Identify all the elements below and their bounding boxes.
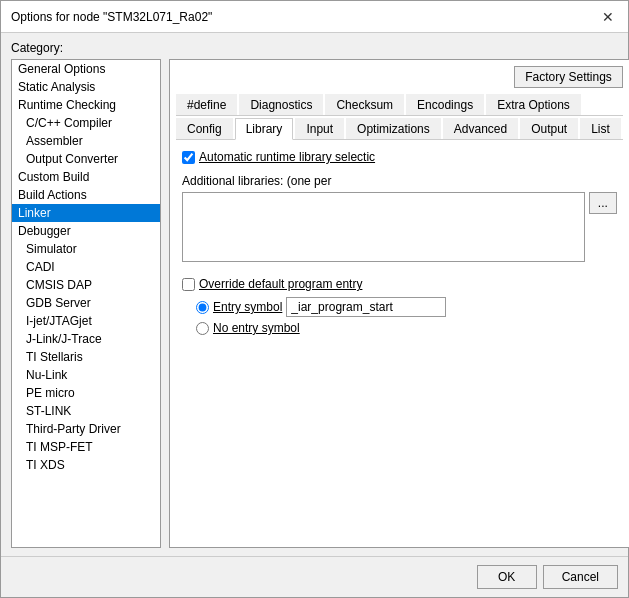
cancel-button[interactable]: Cancel [543, 565, 618, 589]
automatic-runtime-row: Automatic runtime library selectic [182, 150, 617, 164]
entry-symbol-label: Entry symbol [213, 300, 282, 314]
tab-checksum[interactable]: Checksum [325, 94, 404, 115]
tab-list[interactable]: List [580, 118, 621, 139]
radio-group: Entry symbol No entry symbol [182, 297, 617, 335]
sidebar-item-nu-link[interactable]: Nu-Link [12, 366, 160, 384]
no-entry-symbol-label: No entry symbol [213, 321, 300, 335]
no-entry-symbol-radio[interactable] [196, 322, 209, 335]
sidebar-item-ti-xds[interactable]: TI XDS [12, 456, 160, 474]
sidebar-item-output-converter[interactable]: Output Converter [12, 150, 160, 168]
sidebar-item-simulator[interactable]: Simulator [12, 240, 160, 258]
sidebar-item-custom-build[interactable]: Custom Build [12, 168, 160, 186]
ok-button[interactable]: OK [477, 565, 537, 589]
sidebar-item-runtime-checking[interactable]: Runtime Checking [12, 96, 160, 114]
lib-input-area: ... [182, 192, 617, 265]
entry-symbol-radio[interactable] [196, 301, 209, 314]
sidebar-item-build-actions[interactable]: Build Actions [12, 186, 160, 204]
tab-output[interactable]: Output [520, 118, 578, 139]
tab-optimizations[interactable]: Optimizations [346, 118, 441, 139]
override-row: Override default program entry [182, 277, 617, 291]
tab-config[interactable]: Config [176, 118, 233, 139]
sidebar-item-st-link[interactable]: ST-LINK [12, 402, 160, 420]
factory-settings-button[interactable]: Factory Settings [514, 66, 623, 88]
title-bar: Options for node "STM32L071_Ra02" ✕ [1, 1, 628, 33]
main-area: General OptionsStatic AnalysisRuntime Ch… [11, 59, 618, 548]
sidebar-item-general-options[interactable]: General Options [12, 60, 160, 78]
sidebar-item-ti-msp-fet[interactable]: TI MSP-FET [12, 438, 160, 456]
dialog: Options for node "STM32L071_Ra02" ✕ Cate… [0, 0, 629, 598]
sidebar-item-assembler[interactable]: Assembler [12, 132, 160, 150]
override-section: Override default program entry Entry sym… [182, 277, 617, 335]
sidebar-item-linker[interactable]: Linker [12, 204, 160, 222]
sidebar-item-jlink-jtrace[interactable]: J-Link/J-Trace [12, 330, 160, 348]
tab-input[interactable]: Input [295, 118, 344, 139]
sidebar-item-ti-stellaris[interactable]: TI Stellaris [12, 348, 160, 366]
category-label: Category: [11, 41, 618, 55]
entry-symbol-input[interactable] [286, 297, 446, 317]
factory-settings-row: Factory Settings [176, 66, 623, 88]
lib-textarea-wrap [182, 192, 585, 265]
tab-extra-options[interactable]: Extra Options [486, 94, 581, 115]
tab-diagnostics[interactable]: Diagnostics [239, 94, 323, 115]
sidebar-item-cmsis-dap[interactable]: CMSIS DAP [12, 276, 160, 294]
sidebar-item-debugger[interactable]: Debugger [12, 222, 160, 240]
dialog-footer: OK Cancel [1, 556, 628, 597]
close-button[interactable]: ✕ [598, 7, 618, 27]
automatic-runtime-checkbox[interactable] [182, 151, 195, 164]
lib-textarea[interactable] [182, 192, 585, 262]
override-checkbox[interactable] [182, 278, 195, 291]
sidebar-item-gdb-server[interactable]: GDB Server [12, 294, 160, 312]
sidebar-item-cadi[interactable]: CADI [12, 258, 160, 276]
content-panel: Factory Settings #defineDiagnosticsCheck… [169, 59, 629, 548]
sidebar-item-pe-micro[interactable]: PE micro [12, 384, 160, 402]
tab-encodings[interactable]: Encodings [406, 94, 484, 115]
sidebar-item-i-jet-jtagjet[interactable]: I-jet/JTAGjet [12, 312, 160, 330]
tab-library[interactable]: Library [235, 118, 294, 140]
no-entry-symbol-row: No entry symbol [196, 321, 617, 335]
additional-libraries-label: Additional libraries: (one per [182, 174, 617, 188]
dialog-body: Category: General OptionsStatic Analysis… [1, 33, 628, 556]
tab-define[interactable]: #define [176, 94, 237, 115]
title-bar-text: Options for node "STM32L071_Ra02" [11, 10, 212, 24]
tab-advanced[interactable]: Advanced [443, 118, 518, 139]
sidebar-item-c-cpp-compiler[interactable]: C/C++ Compiler [12, 114, 160, 132]
sidebar-item-static-analysis[interactable]: Static Analysis [12, 78, 160, 96]
browse-button[interactable]: ... [589, 192, 617, 214]
override-label: Override default program entry [199, 277, 362, 291]
sidebar-item-third-party-driver[interactable]: Third-Party Driver [12, 420, 160, 438]
tabs-row1: #defineDiagnosticsChecksumEncodingsExtra… [176, 94, 623, 116]
sidebar: General OptionsStatic AnalysisRuntime Ch… [11, 59, 161, 548]
automatic-runtime-label: Automatic runtime library selectic [199, 150, 375, 164]
tab-content: Automatic runtime library selectic Addit… [176, 142, 623, 541]
tabs-row2: ConfigLibraryInputOptimizationsAdvancedO… [176, 118, 623, 140]
entry-symbol-row: Entry symbol [196, 297, 617, 317]
